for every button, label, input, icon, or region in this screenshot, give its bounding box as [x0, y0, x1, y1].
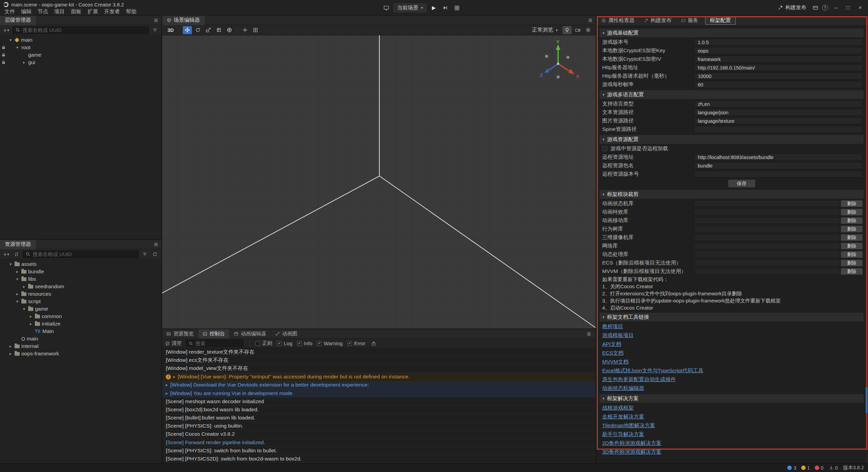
snap-grid-icon[interactable]	[251, 26, 260, 34]
field-input[interactable]: language/texture	[694, 117, 863, 124]
close-button[interactable]: ×	[854, 2, 866, 14]
doc-link[interactable]: Tiledmap地图解决方案	[599, 421, 864, 430]
caret-down-icon[interactable]: ▾	[15, 299, 20, 304]
assets-sort-icon[interactable]	[13, 251, 21, 258]
inspector-tab-service[interactable]: 服务	[676, 16, 703, 26]
hierarchy-node[interactable]: ▾main	[0, 36, 161, 44]
warning-count[interactable]: 1	[801, 465, 810, 471]
console-log-row[interactable]: [Scene] Cocos Creator v3.8.2	[162, 430, 596, 438]
caret-right-icon[interactable]: ▸	[15, 292, 20, 296]
maximize-button[interactable]: □	[842, 2, 854, 14]
caret-down-icon[interactable]: ▾	[15, 277, 20, 281]
console-log-row[interactable]: [Scene] [box2d]:box2d wasm lib loaded.	[162, 406, 596, 414]
console-clear-button[interactable]: 清空	[165, 340, 182, 347]
hierarchy-menu-icon[interactable]	[151, 18, 161, 23]
build-publish-button[interactable]: 构建发布	[774, 3, 810, 13]
caret-right-icon[interactable]: ▸	[173, 374, 175, 379]
hierarchy-filter-icon[interactable]	[151, 26, 159, 34]
scene-light-icon[interactable]	[563, 26, 572, 34]
caret-down-icon[interactable]: ▾	[8, 38, 13, 42]
console-log-row[interactable]: [Scene] [PHYSICS]: using builtin.	[162, 422, 596, 430]
caret-down-icon[interactable]: ▾	[22, 307, 26, 311]
orientation-gizmo[interactable]: Y X Z	[533, 40, 584, 87]
doc-link[interactable]: 动画状态机编辑器	[599, 384, 864, 393]
console-filter-log[interactable]: ✓Log	[277, 340, 292, 346]
caret-right-icon[interactable]: ▸	[28, 314, 33, 319]
scene-settings-gear-icon[interactable]	[584, 26, 593, 34]
asset-node[interactable]: ▾libs	[0, 275, 161, 283]
console-log-row[interactable]: [Window] ecs文件夹不存在	[162, 356, 596, 365]
pivot-icon[interactable]	[240, 26, 250, 34]
asset-node[interactable]: ▸internal	[0, 342, 161, 350]
doc-link[interactable]: ECS文档	[599, 349, 864, 357]
menu-item[interactable]: 开发者	[101, 8, 123, 15]
scene-select[interactable]: 当前场景 ▾	[393, 3, 427, 12]
assets-add-button[interactable]: +▾	[2, 251, 11, 258]
doc-link[interactable]: Excel格式转Json文件与TypeScript代码工具	[599, 366, 864, 375]
console-log-row[interactable]: [Window] render_texture文件夹不存在	[162, 348, 596, 356]
hierarchy-tab[interactable]: 层级管理器	[0, 16, 36, 25]
hierarchy-search-input[interactable]	[22, 27, 146, 33]
delete-button[interactable]: 删除	[841, 200, 863, 207]
step-button[interactable]	[441, 3, 450, 12]
field-input[interactable]	[694, 171, 863, 178]
asset-node[interactable]: ▸oops-framework	[0, 350, 161, 357]
section-header[interactable]: ▾框架文档工具链接	[599, 313, 864, 321]
field-input[interactable]: language/json	[694, 109, 863, 116]
doc-link[interactable]: 战棋游戏框架	[599, 404, 864, 412]
doc-link[interactable]: 全栈开发解决方案	[599, 412, 864, 421]
assets-refresh-icon[interactable]	[151, 251, 159, 258]
delete-button[interactable]: 删除	[841, 217, 863, 224]
scrollbar-thumb[interactable]	[866, 387, 868, 413]
menu-item[interactable]: 面板	[68, 8, 84, 15]
assets-search-input[interactable]	[33, 251, 136, 257]
asset-node[interactable]: ▸common	[0, 313, 161, 320]
asset-node[interactable]: main	[0, 335, 161, 342]
world-space-icon[interactable]	[225, 26, 234, 34]
minimize-button[interactable]: –	[830, 2, 842, 14]
save-button[interactable]: 保存	[728, 180, 755, 187]
console-log-row[interactable]: [Scene] Forward render pipeline initiali…	[162, 438, 596, 447]
menu-item[interactable]: 节点	[35, 8, 51, 15]
move-tool-icon[interactable]	[183, 26, 192, 34]
caret-right-icon[interactable]: ▸	[22, 60, 26, 65]
scale-tool-icon[interactable]	[204, 26, 213, 34]
scene-tab[interactable]: 场景编辑器	[162, 16, 205, 25]
preview-device-icon[interactable]	[382, 3, 391, 12]
inspector-tab-framework-config[interactable]: 框架配置	[705, 16, 736, 25]
assetdb-icon[interactable]	[811, 3, 820, 12]
menu-item[interactable]: 项目	[51, 8, 68, 15]
console-filter-info[interactable]: ✓Info	[297, 340, 312, 346]
delete-button[interactable]: 删除	[841, 268, 863, 275]
delete-button[interactable]: 删除	[841, 260, 863, 266]
rotate-tool-icon[interactable]	[193, 26, 202, 34]
asset-node[interactable]: ▾assets	[0, 260, 161, 268]
hierarchy-add-button[interactable]: +▾	[2, 26, 11, 34]
caret-right-icon[interactable]: ▸	[22, 284, 26, 289]
field-input[interactable]: bundle	[694, 162, 863, 169]
doc-link[interactable]: 游戏模板项目	[599, 331, 864, 340]
field-input[interactable]: zh,en	[694, 100, 863, 107]
asset-node[interactable]: ▾script	[0, 298, 161, 305]
help-icon[interactable]: ?	[821, 3, 829, 12]
doc-link[interactable]: 教程项目	[599, 322, 864, 331]
play-button[interactable]: ▶	[429, 3, 438, 12]
console-log-row[interactable]: [Scene] [bullet]:bullet wasm lib loaded.	[162, 414, 596, 422]
console-search-input[interactable]	[195, 340, 240, 346]
console-filter-regex[interactable]: 正则	[255, 340, 272, 347]
console-tab[interactable]: 控制台	[198, 329, 230, 338]
menu-item[interactable]: 文件	[1, 8, 18, 15]
caret-right-icon[interactable]: ▸	[28, 321, 33, 326]
console-filter-warning[interactable]: ✓Warning	[317, 340, 342, 346]
caret-right-icon[interactable]: ▸	[15, 269, 20, 274]
rect-tool-icon[interactable]	[214, 26, 223, 34]
layout-grid-icon[interactable]	[452, 3, 461, 12]
console-menu-icon[interactable]	[584, 332, 594, 336]
caret-down-icon[interactable]: ▾	[15, 45, 20, 50]
asset-node[interactable]: ▸bundle	[0, 268, 161, 275]
console-tab[interactable]: 动画编辑器	[230, 329, 271, 338]
field-input[interactable]: oops	[694, 47, 863, 54]
delete-button[interactable]: 删除	[841, 209, 863, 215]
section-header[interactable]: ▾游戏多语言配置	[599, 90, 864, 99]
assets-filter-icon[interactable]	[141, 251, 149, 258]
